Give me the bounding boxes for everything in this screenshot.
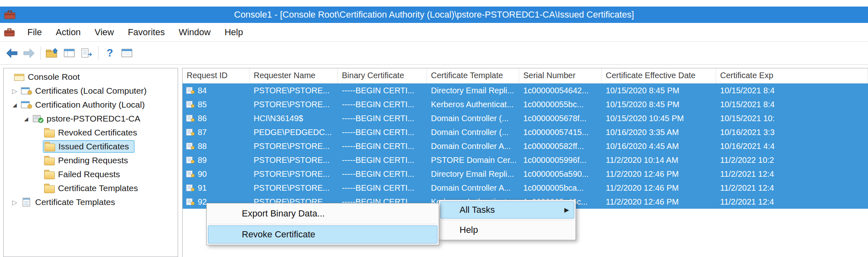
cell-request-id: 84 (183, 83, 250, 97)
cell-serial-number: 1c0000005a590... (519, 167, 602, 181)
up-one-level-button[interactable] (44, 45, 61, 62)
menu-action[interactable]: Action (49, 23, 87, 41)
chevron-collapsed-icon[interactable]: ▷ (9, 198, 20, 206)
cell-binary-certificate: -----BEGIN CERTI... (338, 111, 427, 125)
tree-item-label: Console Root (28, 72, 80, 82)
table-row[interactable]: 87 PEDGE\PEDGEDC... -----BEGIN CERTI... … (183, 125, 868, 139)
tree-item-pending-requests[interactable]: Pending Requests (4, 153, 178, 167)
folder-icon (43, 128, 56, 138)
menu-file[interactable]: File (20, 23, 49, 41)
cell-certificate-template: Domain Controller A... (427, 181, 519, 195)
cell-request-id: 87 (183, 125, 250, 139)
certification-authority-icon (20, 100, 33, 110)
cell-expiration-date: 10/16/2021 4:4 (716, 139, 868, 153)
tree-item-label: Certification Authority (Local) (35, 100, 145, 110)
list-header: Request ID Requester Name Binary Certifi… (183, 68, 868, 83)
table-row[interactable]: 90 PSTORE\PSTORE... -----BEGIN CERTI... … (183, 167, 868, 181)
menu-separator (441, 220, 573, 220)
chevron-expanded-icon[interactable]: ◢ (9, 102, 20, 108)
tree-item-label: Revoked Certificates (58, 128, 137, 138)
cell-requester-name: HCI\N36149$ (250, 111, 338, 125)
tree-item-console-root[interactable]: Console Root (4, 70, 178, 84)
table-row[interactable]: 85 PSTORE\PSTORE... -----BEGIN CERTI... … (183, 97, 868, 111)
certificate-icon (186, 170, 195, 178)
cell-effective-date: 10/16/2020 3:35 AM (602, 125, 716, 139)
table-row[interactable]: 86 HCI\N36149$ -----BEGIN CERTI... Domai… (183, 111, 868, 125)
tree-item-pstore-ca[interactable]: ◢ pstore-PSTOREDC1-CA (4, 112, 178, 126)
tree-item-issued-certificates[interactable]: Issued Certificates (4, 140, 178, 153)
column-header-serial-number[interactable]: Serial Number (519, 68, 602, 83)
cell-effective-date: 10/15/2020 8:45 PM (602, 97, 716, 111)
cell-request-id: 86 (183, 111, 250, 125)
back-button[interactable] (3, 45, 20, 62)
table-row[interactable]: 91 PSTORE\PSTORE... -----BEGIN CERTI... … (183, 181, 868, 195)
toolbar-separator (40, 46, 41, 60)
new-window-button[interactable] (118, 45, 136, 62)
show-console-tree-button[interactable] (61, 45, 78, 62)
cell-request-id: 89 (183, 153, 250, 167)
toolbar-separator (98, 46, 98, 60)
column-header-certificate-template[interactable]: Certificate Template (427, 68, 519, 83)
cell-binary-certificate: -----BEGIN CERTI... (338, 125, 427, 139)
menu-favorites[interactable]: Favorites (121, 23, 172, 41)
tree-item-certificate-templates-folder[interactable]: Certificate Templates (4, 181, 178, 195)
cell-certificate-template: Domain Controller A... (427, 139, 519, 153)
table-row[interactable]: 84 PSTORE\PSTORE... -----BEGIN CERTI... … (183, 83, 868, 97)
cell-binary-certificate: -----BEGIN CERTI... (338, 153, 427, 167)
column-header-expiration-date[interactable]: Certificate Exp (716, 68, 868, 83)
folder-icon (43, 142, 56, 151)
tree-item-certificate-templates-snapin[interactable]: ▷ Certificate Templates (4, 195, 178, 209)
cell-serial-number: 1c0000005678f... (519, 111, 602, 125)
certificate-icon (186, 156, 195, 164)
cell-request-id: 85 (183, 97, 250, 111)
cell-certificate-template: Kerberos Authenticat... (427, 97, 519, 111)
forward-button[interactable] (20, 45, 38, 62)
certificate-icon (186, 142, 195, 150)
tree-item-label: Certificate Templates (58, 183, 138, 193)
cell-serial-number: 1c0000005bca... (519, 181, 602, 195)
cell-certificate-template: Domain Controller (... (427, 111, 519, 125)
cell-expiration-date: 10/15/2021 10: (716, 111, 868, 125)
menu-view[interactable]: View (88, 23, 121, 41)
cell-requester-name: PSTORE\PSTORE... (250, 167, 338, 181)
tree-item-revoked-certificates[interactable]: Revoked Certificates (4, 126, 178, 140)
certificate-icon (186, 101, 195, 108)
export-list-button[interactable] (78, 45, 95, 62)
menu-item-revoke-certificate[interactable]: Revoke Certificate (208, 225, 437, 243)
folder-icon (43, 169, 56, 179)
certificate-icon (186, 128, 195, 136)
cell-certificate-template: Domain Controller (... (427, 125, 519, 139)
chevron-expanded-icon[interactable]: ◢ (21, 116, 31, 122)
folder-icon (43, 183, 56, 193)
menu-bar: File Action View Favorites Window Help (0, 23, 868, 42)
context-menu: All Tasks ▶ Help (439, 200, 576, 240)
cell-effective-date: 10/15/2020 10:45 PM (602, 111, 716, 125)
menu-help[interactable]: Help (218, 23, 250, 41)
cell-expiration-date: 11/2/2021 12:4 (716, 195, 868, 209)
cell-serial-number: 1c00000055bc... (519, 97, 602, 111)
certificate-icon (186, 87, 195, 94)
cell-binary-certificate: -----BEGIN CERTI... (338, 139, 427, 153)
cell-certificate-template: Directory Email Repli... (427, 83, 519, 97)
tree-item-failed-requests[interactable]: Failed Requests (4, 167, 178, 181)
certificate-icon (186, 115, 195, 122)
column-header-binary-certificate[interactable]: Binary Certificate (338, 68, 427, 83)
chevron-collapsed-icon[interactable]: ▷ (9, 87, 20, 95)
table-row[interactable]: 89 PSTORE\PSTORE... -----BEGIN CERTI... … (183, 153, 868, 167)
menu-item-help[interactable]: Help (440, 221, 574, 239)
menu-item-all-tasks[interactable]: All Tasks ▶ (440, 201, 574, 219)
tree-item-label: pstore-PSTOREDC1-CA (47, 114, 141, 124)
column-header-requester-name[interactable]: Requester Name (250, 68, 338, 83)
cell-serial-number: 1c0000005996f... (519, 153, 602, 167)
cell-expiration-date: 10/15/2021 8:4 (716, 83, 868, 97)
table-row[interactable]: 88 PSTORE\PSTORE... -----BEGIN CERTI... … (183, 139, 868, 153)
certificate-icon (186, 198, 195, 205)
tree-item-certificates-local-computer[interactable]: ▷ Certificates (Local Computer) (4, 84, 178, 98)
cell-certificate-template: PSTORE Domain Cer... (427, 153, 519, 167)
menu-window[interactable]: Window (172, 23, 217, 41)
tree-item-certification-authority[interactable]: ◢ Certification Authority (Local) (4, 98, 178, 112)
help-button[interactable]: ? (101, 45, 118, 62)
menu-item-export-binary-data[interactable]: Export Binary Data... (208, 205, 437, 223)
column-header-effective-date[interactable]: Certificate Effective Date (602, 68, 716, 83)
column-header-request-id[interactable]: Request ID (183, 68, 250, 83)
